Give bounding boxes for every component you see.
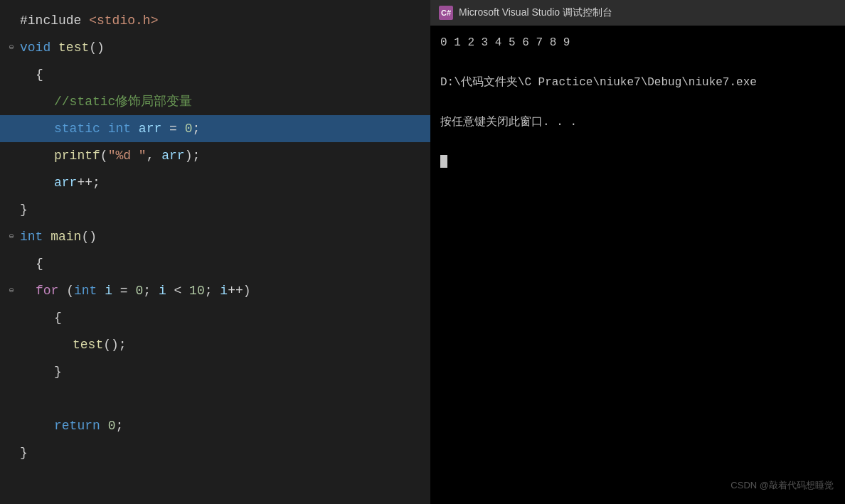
- include-file: <stdio.h>: [89, 14, 158, 28]
- fold-icon-2: ⊖: [6, 34, 17, 61]
- code-line-15: [0, 385, 430, 412]
- line-content-16: return 0;: [17, 412, 430, 439]
- str-format: "%d ": [108, 149, 147, 163]
- line-content-3: {: [17, 61, 430, 88]
- line-content-6: printf("%d ", arr);: [17, 142, 430, 169]
- vs-icon-label: C#: [441, 9, 451, 17]
- line-content-11: for (int i = 0; i < 10; i++): [17, 277, 430, 304]
- code-line-5: static int arr = 0;: [0, 115, 430, 142]
- console-output-msg: 按任意键关闭此窗口. . .: [440, 112, 835, 132]
- code-line-6: printf("%d ", arr);: [0, 142, 430, 169]
- code-line-11: ⊖ for (int i = 0; i < 10; i++): [0, 277, 430, 304]
- kw-int-1: int: [108, 122, 131, 136]
- fn-printf: printf: [54, 149, 100, 163]
- var-i: i: [105, 284, 112, 298]
- console-output-path: D:\代码文件夹\C Practice\niuke7\Debug\niuke7.…: [440, 73, 835, 92]
- code-line-10: {: [0, 250, 430, 277]
- code-area: #include <stdio.h> ⊖ void test() { //sta…: [0, 0, 430, 473]
- fn-test-call: test: [73, 338, 103, 352]
- var-arr-2: arr: [161, 149, 184, 163]
- line-content-4: //static修饰局部变量: [17, 88, 430, 115]
- line-content-17: }: [17, 439, 430, 466]
- code-line-14: }: [0, 358, 430, 385]
- code-line-2: ⊖ void test(): [0, 34, 430, 61]
- num-0-2: 0: [135, 284, 143, 298]
- kw-int-main: int: [20, 230, 43, 244]
- line-content-2: void test(): [17, 34, 430, 61]
- var-arr-3: arr: [54, 176, 77, 190]
- line-content-10: {: [17, 250, 430, 277]
- num-0-1: 0: [185, 122, 193, 136]
- console-panel: C# Microsoft Visual Studio 调试控制台 0 1 2 3…: [430, 0, 845, 504]
- code-line-4: //static修饰局部变量: [0, 88, 430, 115]
- watermark: CSDN @敲着代码想睡觉: [730, 476, 834, 495]
- comment-static: //static修饰局部变量: [54, 95, 192, 109]
- vs-icon: C#: [439, 6, 453, 20]
- console-title: Microsoft Visual Studio 调试控制台: [459, 6, 612, 19]
- fold-icon-11: ⊖: [6, 277, 17, 304]
- line-content-5: static int arr = 0;: [17, 115, 430, 142]
- code-line-12: {: [0, 304, 430, 331]
- include-keyword: #include: [20, 14, 89, 28]
- code-line-17: }: [0, 439, 430, 466]
- kw-return: return: [54, 419, 100, 433]
- var-arr: arr: [139, 122, 161, 136]
- var-i-3: i: [220, 284, 228, 298]
- line-content-15: [17, 385, 430, 412]
- code-line-16: return 0;: [0, 412, 430, 439]
- line-content-12: {: [17, 304, 430, 331]
- code-line-13: test();: [0, 331, 430, 358]
- line-content-9: int main(): [17, 223, 430, 250]
- line-content-1: #include <stdio.h>: [17, 7, 430, 34]
- code-line-3: {: [0, 61, 430, 88]
- kw-for: for: [36, 284, 58, 298]
- console-output-numbers: 0 1 2 3 4 5 6 7 8 9: [440, 33, 835, 53]
- line-content-7: arr++;: [17, 169, 430, 196]
- console-cursor: [440, 155, 447, 168]
- fn-test: test: [58, 41, 89, 55]
- kw-static: static: [54, 122, 100, 136]
- num-0-3: 0: [108, 419, 116, 433]
- console-title-bar: C# Microsoft Visual Studio 调试控制台: [430, 0, 845, 26]
- line-content-14: }: [17, 358, 430, 385]
- code-line-9: ⊖ int main(): [0, 223, 430, 250]
- fold-icon-9: ⊖: [6, 223, 17, 250]
- code-line-7: arr++;: [0, 169, 430, 196]
- code-line-1: #include <stdio.h>: [0, 7, 430, 34]
- var-i-2: i: [159, 284, 166, 298]
- console-body: 0 1 2 3 4 5 6 7 8 9 D:\代码文件夹\C Practice\…: [430, 26, 845, 504]
- fn-main: main: [51, 230, 81, 244]
- kw-void: void: [20, 41, 51, 55]
- num-10: 10: [189, 284, 205, 298]
- code-line-8: }: [0, 196, 430, 223]
- line-content-13: test();: [17, 331, 430, 358]
- kw-int-for: int: [74, 284, 97, 298]
- line-content-8: }: [17, 196, 430, 223]
- code-editor: #include <stdio.h> ⊖ void test() { //sta…: [0, 0, 430, 504]
